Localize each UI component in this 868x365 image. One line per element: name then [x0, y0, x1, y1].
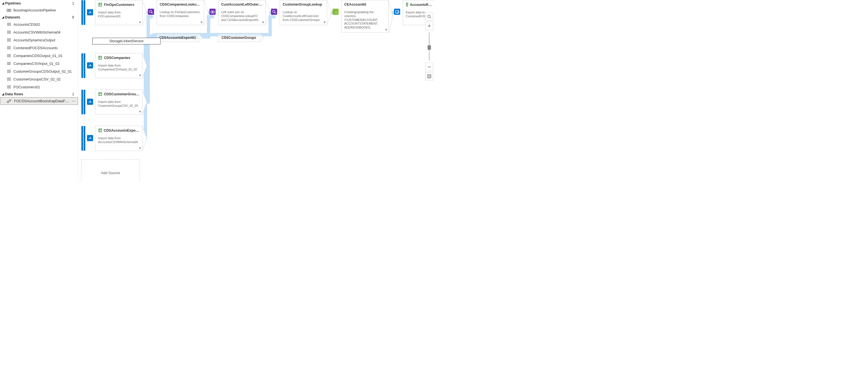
transform-node[interactable]: CEAccountId Creating/updating the column…	[341, 0, 389, 33]
node-description: Import data from AccountsCSVWithSchema04	[98, 136, 140, 144]
svg-line-16	[430, 17, 431, 19]
dataset-icon	[7, 54, 11, 58]
svg-marker-13	[327, 0, 331, 25]
tree-item-label: AccountsCDS02	[13, 22, 40, 27]
add-transform-button[interactable]: +	[385, 27, 387, 32]
source-rail	[84, 90, 85, 114]
dataset-item[interactable]: CustomerGroupsCDSOutput_02_01	[0, 67, 78, 75]
sink-icon	[394, 9, 400, 15]
zoom-in-button[interactable]: +	[425, 22, 433, 30]
add-source-placeholder[interactable]: Add Source	[81, 159, 140, 182]
tree-item-label: FOCustomers01	[13, 85, 40, 89]
dataset-item[interactable]: AccountsCSVWithSchema04	[0, 28, 78, 36]
section-count: 1	[72, 1, 76, 5]
caret-down-icon: ◢	[1, 15, 5, 19]
more-actions-icon[interactable]: ···	[72, 99, 76, 103]
source-type-icon	[87, 9, 93, 15]
dataflow-item[interactable]: FOCDSAccountBootstrapDataF… ···	[0, 97, 78, 105]
dataset-item[interactable]: CompaniesCSVInput_01_02	[0, 60, 78, 67]
fit-screen-icon	[427, 74, 431, 78]
source-rail	[82, 54, 83, 78]
add-transform-button[interactable]: +	[139, 145, 141, 150]
source-rail	[84, 0, 85, 25]
svg-marker-12	[266, 0, 270, 25]
svg-point-3	[7, 101, 9, 103]
dataset-icon	[7, 69, 11, 73]
lookup-icon	[148, 9, 154, 15]
add-transform-button[interactable]: +	[262, 20, 264, 24]
tree-item-label: CompaniesCDSOutput_01_01	[13, 54, 63, 58]
section-pipelines[interactable]: ◢ Pipelines 1	[0, 0, 78, 6]
source-rail	[82, 0, 83, 25]
node-description: Import data from FOCustomers01	[98, 11, 140, 19]
add-transform-button[interactable]: +	[139, 73, 141, 77]
resource-explorer: ◢ Pipelines 1 BoostrapAccountsPipeline ◢…	[0, 0, 78, 182]
dataflow-canvas[interactable]: StorageLinkedService CDSAccountsExport01…	[78, 0, 434, 182]
source-rail	[84, 126, 85, 151]
node-title: CDSAccountsExport01	[104, 129, 140, 132]
transform-node[interactable]: CustAccountLeftOuterJ… Left outer join o…	[218, 0, 266, 25]
dataset-item[interactable]: CompaniesCDSOutput_01_01	[0, 52, 78, 60]
svg-marker-7	[142, 0, 147, 25]
dataset-item[interactable]: CustomerGroupsCSV_02_02	[0, 75, 78, 83]
node-title: AccountsReadyForCDS	[410, 3, 433, 7]
derive-icon	[333, 9, 339, 15]
dataset-item[interactable]: AccountsDynamicsOutput	[0, 36, 78, 44]
dataset-icon	[7, 45, 11, 50]
node-title: CEAccountId	[344, 2, 366, 6]
source-node[interactable]: CDSCustomerGroups Import data from Custo…	[95, 90, 143, 114]
dataset-icon	[7, 30, 11, 34]
add-transform-button[interactable]: +	[139, 109, 141, 114]
svg-marker-11	[204, 0, 208, 25]
pipeline-item[interactable]: BoostrapAccountsPipeline	[0, 6, 78, 14]
svg-rect-18	[428, 75, 430, 77]
source-node[interactable]: FinOpsCustomers Import data from FOCusto…	[95, 0, 143, 25]
search-button[interactable]	[425, 12, 433, 21]
add-transform-button[interactable]: +	[323, 20, 326, 24]
svg-rect-17	[428, 75, 431, 78]
dataset-item[interactable]: CombinedFOCDSAccounts	[0, 44, 78, 52]
transform-node[interactable]: CustomerGroupLookup Lookup on CustAccoun…	[280, 0, 327, 25]
svg-point-15	[428, 15, 430, 18]
node-description: Creating/updating the columns 'CUSTOMERA…	[344, 10, 385, 30]
node-description: Import data from CustomerGroupsCSV_02_02	[98, 100, 140, 108]
section-label: Data flows	[5, 92, 23, 96]
section-datasets[interactable]: ◢ Datasets 9	[0, 14, 78, 21]
source-type-icon	[87, 99, 93, 105]
svg-marker-14	[389, 0, 393, 32]
add-transform-button[interactable]: +	[139, 20, 141, 24]
source-type-icon	[87, 135, 93, 141]
section-dataflows[interactable]: ◢ Data flows 1	[0, 91, 78, 97]
svg-rect-1	[8, 9, 9, 11]
svg-marker-8	[142, 54, 147, 78]
tree-item-label: CustomerGroupsCSV_02_02	[13, 77, 61, 81]
section-label: Pipelines	[5, 1, 21, 5]
source-node[interactable]: CDSCompanies Import data from CompaniesC…	[95, 53, 143, 78]
source-node[interactable]: CDSAccountsExport01 Import data from Acc…	[95, 126, 143, 151]
transform-node[interactable]: CDSCompaniesLookupFO Lookup on FinOpsCus…	[157, 0, 204, 25]
tree-item-label: CustomerGroupsCDSOutput_02_01	[13, 69, 72, 73]
svg-marker-6	[260, 34, 264, 42]
zoom-slider-thumb[interactable]	[428, 45, 431, 50]
node-title: CDSCustomerGroups	[104, 92, 140, 96]
tree-item-label: AccountsCSVWithSchema04	[13, 30, 60, 34]
dataset-item[interactable]: AccountsCDS02	[0, 21, 78, 28]
node-title: CustAccountLeftOuterJ…	[221, 2, 262, 6]
ghost-label: CDSAccountsExport01	[159, 36, 196, 40]
add-transform-button[interactable]: +	[200, 20, 203, 24]
node-title: FinOpsCustomers	[104, 3, 134, 7]
dataset-item[interactable]: FOCustomers01	[0, 83, 78, 91]
ghost-input[interactable]: CDSCustomerGroups	[218, 34, 260, 42]
tooltip-linked-service: StorageLinkedService	[92, 38, 160, 44]
source-type-icon	[87, 62, 93, 68]
tree-item-label: CombinedFOCDSAccounts	[13, 46, 58, 50]
caret-down-icon: ◢	[1, 2, 5, 5]
tree-item-label: CompaniesCSVInput_01_02	[13, 62, 60, 66]
svg-rect-2	[10, 9, 11, 11]
zoom-out-button[interactable]: −	[425, 63, 433, 71]
join-icon	[210, 9, 216, 15]
zoom-fit-button[interactable]	[425, 72, 433, 80]
zoom-slider[interactable]	[429, 32, 430, 60]
ghost-label: CDSCustomerGroups	[221, 36, 256, 40]
ghost-input[interactable]: CDSAccountsExport01	[157, 34, 198, 42]
